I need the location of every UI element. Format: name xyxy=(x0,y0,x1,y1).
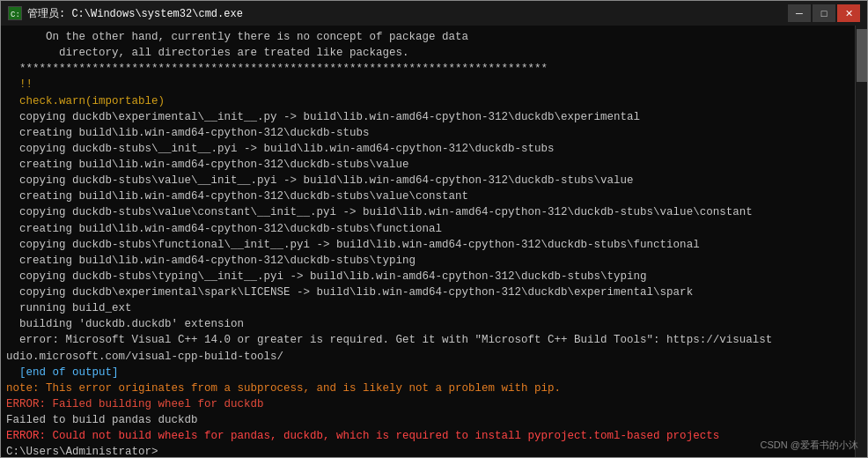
terminal-line: running build_ext xyxy=(6,300,850,316)
terminal-line: note: This error originates from a subpr… xyxy=(6,380,850,396)
terminal-line: copying duckdb-stubs\typing\__init__.pyi… xyxy=(6,269,850,284)
terminal-line: copying duckdb\experimental\__init__.py … xyxy=(6,109,850,125)
terminal-content[interactable]: On the other hand, currently there is no… xyxy=(1,26,855,457)
terminal-line: C:\Users\Administrator> xyxy=(6,444,850,457)
window-controls: ─ □ ✕ xyxy=(788,4,860,22)
terminal-line: creating build\lib.win-amd64-cpython-312… xyxy=(6,188,850,204)
terminal-line: copying duckdb-stubs\value\constant\__in… xyxy=(6,204,850,220)
terminal-line: copying duckdb-stubs\__init__.pyi -> bui… xyxy=(6,141,850,157)
terminal-line: ERROR: Could not build wheels for pandas… xyxy=(6,428,850,444)
terminal-line: ERROR: Failed building wheel for duckdb xyxy=(6,396,850,412)
terminal-line: creating build\lib.win-amd64-cpython-312… xyxy=(6,221,850,237)
terminal-line: copying duckdb\experimental\spark\LICENS… xyxy=(6,284,850,300)
watermark: CSDN @爱看书的小沐 xyxy=(761,439,858,452)
svg-text:C:: C: xyxy=(11,11,20,19)
terminal-line: [end of output] xyxy=(6,365,850,380)
scrollbar[interactable] xyxy=(855,26,867,457)
title-bar-left: C: 管理员: C:\Windows\system32\cmd.exe xyxy=(8,6,243,21)
cmd-icon: C: xyxy=(8,6,22,20)
close-button[interactable]: ✕ xyxy=(837,4,860,22)
terminal-line: error: Microsoft Visual C++ 14.0 or grea… xyxy=(6,332,850,348)
terminal-line: ****************************************… xyxy=(6,61,850,77)
terminal-line: directory, all directories are treated l… xyxy=(6,45,850,61)
terminal-line: creating build\lib.win-amd64-cpython-312… xyxy=(6,157,850,173)
title-bar: C: 管理员: C:\Windows\system32\cmd.exe ─ □ … xyxy=(1,1,867,26)
terminal-line: creating build\lib.win-amd64-cpython-312… xyxy=(6,125,850,141)
cmd-window: C: 管理员: C:\Windows\system32\cmd.exe ─ □ … xyxy=(0,0,868,458)
minimize-button[interactable]: ─ xyxy=(788,4,811,22)
terminal-line: building 'duckdb.duckdb' extension xyxy=(6,316,850,332)
terminal-line: copying duckdb-stubs\value\__init__.pyi … xyxy=(6,173,850,188)
terminal-line: On the other hand, currently there is no… xyxy=(6,29,850,45)
scrollbar-thumb[interactable] xyxy=(857,29,867,82)
terminal-line: creating build\lib.win-amd64-cpython-312… xyxy=(6,253,850,269)
terminal-line: Failed to build pandas duckdb xyxy=(6,412,850,428)
maximize-button[interactable]: □ xyxy=(813,4,835,22)
terminal-line: udio.microsoft.com/visual-cpp-build-tool… xyxy=(6,349,850,365)
terminal-line: check.warn(importable) xyxy=(6,93,850,109)
terminal-line: copying duckdb-stubs\functional\__init__… xyxy=(6,237,850,253)
terminal-line: !! xyxy=(6,77,850,92)
terminal-body: On the other hand, currently there is no… xyxy=(1,26,867,457)
window-title: 管理员: C:\Windows\system32\cmd.exe xyxy=(27,6,243,21)
